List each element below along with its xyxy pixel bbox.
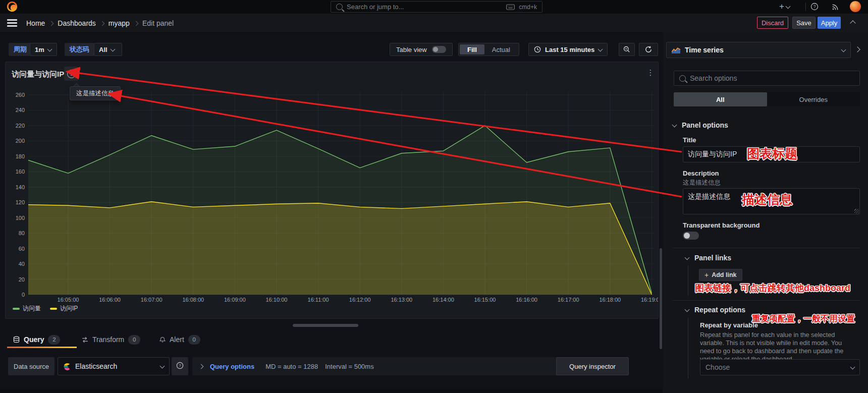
options-search-placeholder: Search options — [690, 74, 737, 82]
legend-item[interactable]: 访问IP — [50, 304, 78, 313]
section-divider — [673, 300, 860, 301]
chart-legend: 访问量访问IP — [13, 304, 78, 313]
save-button[interactable]: Save — [792, 17, 816, 29]
active-tab-underline — [7, 347, 77, 348]
svg-text:240: 240 — [16, 107, 25, 113]
options-pane-scrollbar[interactable] — [660, 248, 662, 349]
datasource-help-button[interactable]: ? — [172, 357, 188, 375]
global-search-placeholder: Search or jump to... — [347, 3, 502, 11]
variable-label-period: 周期 — [9, 43, 32, 56]
breadcrumb-home[interactable]: Home — [26, 19, 45, 27]
search-icon — [336, 4, 343, 10]
chevron-down-icon — [685, 307, 690, 312]
tab-alert-label: Alert — [170, 335, 184, 344]
textarea-resize-handle[interactable] — [854, 209, 859, 213]
svg-text:16:10:00: 16:10:00 — [266, 297, 288, 303]
chevron-down-icon — [110, 46, 115, 51]
tab-alert[interactable]: Alert 0 — [159, 333, 200, 346]
transparent-background-toggle[interactable] — [683, 232, 699, 240]
mega-menu-toggle[interactable] — [7, 19, 18, 27]
time-range-picker[interactable]: Last 15 minutes — [528, 43, 608, 56]
annotation-description-note: 描述信息 — [742, 191, 792, 208]
chevron-down-icon — [850, 364, 855, 369]
options-tab-group: All Overrides — [674, 92, 860, 106]
max-data-points-summary: MD = auto = 1288 — [265, 363, 318, 370]
datasource-picker[interactable]: Elasticsearch — [58, 357, 170, 375]
section-repeat-options[interactable]: Repeat options — [685, 306, 745, 314]
visualization-picker[interactable]: Time series — [666, 42, 851, 58]
add-link-button[interactable]: + Add link — [699, 269, 742, 281]
table-view-toggle[interactable] — [432, 46, 446, 53]
chevron-right-icon — [854, 46, 860, 52]
zoom-out-icon — [623, 46, 630, 53]
transform-icon — [82, 336, 88, 343]
breadcrumb-dashboards[interactable]: Dashboards — [58, 19, 96, 27]
chevron-down-icon — [672, 122, 677, 127]
fit-mode-fill[interactable]: Fill — [460, 44, 484, 54]
tab-query-count: 2 — [48, 335, 60, 345]
svg-text:?: ? — [813, 4, 816, 9]
chevron-down-icon — [47, 46, 52, 51]
chevron-right-icon[interactable] — [199, 364, 204, 369]
question-circle-icon: ? — [176, 362, 184, 371]
legend-swatch — [13, 308, 20, 310]
refresh-button[interactable] — [639, 43, 658, 56]
time-series-chart[interactable]: 02040608010012014016018020022024026016:0… — [6, 62, 658, 318]
svg-text:200: 200 — [16, 138, 25, 144]
chevron-down-icon — [685, 255, 690, 260]
clock-icon — [534, 46, 541, 53]
svg-text:0: 0 — [22, 292, 25, 298]
legend-label: 访问IP — [60, 304, 78, 313]
help-button[interactable]: ? — [810, 3, 819, 12]
description-toolt: 这是描述信息 — [70, 86, 121, 100]
repeat-variable-placeholder: Choose — [706, 363, 851, 371]
news-button[interactable] — [832, 3, 840, 12]
repeat-variable-select[interactable]: Choose — [700, 359, 860, 375]
legend-item[interactable]: 访问量 — [13, 304, 41, 313]
breadcrumb-dashboard-name[interactable]: myapp — [108, 19, 130, 27]
tab-transform[interactable]: Transform 0 — [82, 333, 140, 346]
zoom-out-time-button[interactable] — [619, 43, 635, 56]
fit-mode-actual[interactable]: Actual — [484, 44, 518, 54]
collapse-options-pane-button[interactable] — [855, 45, 859, 53]
query-inspector-button[interactable]: Query inspector — [556, 357, 629, 375]
svg-text:100: 100 — [16, 215, 25, 221]
section-repeat-options-label: Repeat options — [694, 306, 745, 314]
add-link-label: Add link — [712, 271, 736, 278]
query-options-toggle[interactable]: Query options — [210, 363, 254, 370]
svg-text:16:14:00: 16:14:00 — [432, 297, 454, 303]
svg-text:16:18:00: 16:18:00 — [599, 297, 621, 303]
tab-query[interactable]: Query 2 — [13, 333, 60, 346]
tab-transform-count: 0 — [128, 335, 140, 345]
repeat-help-text: Repeat this panel for each value in the … — [700, 331, 857, 363]
options-tab-overrides[interactable]: Overrides — [767, 92, 860, 106]
chevron-up-icon — [850, 20, 855, 26]
svg-text:220: 220 — [16, 123, 25, 129]
options-tab-all[interactable]: All — [674, 92, 767, 106]
title-field-label: Title — [683, 136, 696, 144]
annotation-links-note: 图表链接，可点击跳转其他dashboard — [695, 282, 850, 294]
apply-button[interactable]: Apply — [818, 17, 841, 29]
elasticsearch-icon — [63, 363, 71, 370]
svg-text:16:05:00: 16:05:00 — [58, 297, 79, 303]
section-divider — [673, 248, 860, 248]
variable-select-period[interactable]: 1m — [30, 43, 57, 56]
variable-label-statuscode: 状态码 — [65, 43, 94, 56]
collapse-header-button[interactable] — [851, 19, 855, 27]
variable-value-statuscode: All — [99, 46, 107, 53]
tab-alert-count: 0 — [188, 335, 200, 345]
pane-resize-handle[interactable] — [293, 324, 358, 327]
legend-label: 访问量 — [23, 304, 41, 313]
global-search-box[interactable]: Search or jump to... cmd+k — [331, 1, 542, 13]
svg-text:16:06:00: 16:06:00 — [99, 297, 121, 303]
grafana-logo-icon[interactable] — [7, 1, 18, 12]
options-search-input[interactable]: Search options — [674, 71, 860, 86]
variable-select-statuscode[interactable]: All — [94, 43, 122, 56]
new-menu-button[interactable]: + — [779, 2, 790, 11]
section-panel-options[interactable]: Panel options — [673, 121, 728, 129]
plus-icon: + — [704, 271, 709, 278]
svg-text:60: 60 — [19, 246, 25, 252]
user-avatar[interactable] — [850, 1, 861, 12]
discard-button[interactable]: Discard — [757, 17, 788, 29]
section-panel-links[interactable]: Panel links — [685, 254, 731, 262]
